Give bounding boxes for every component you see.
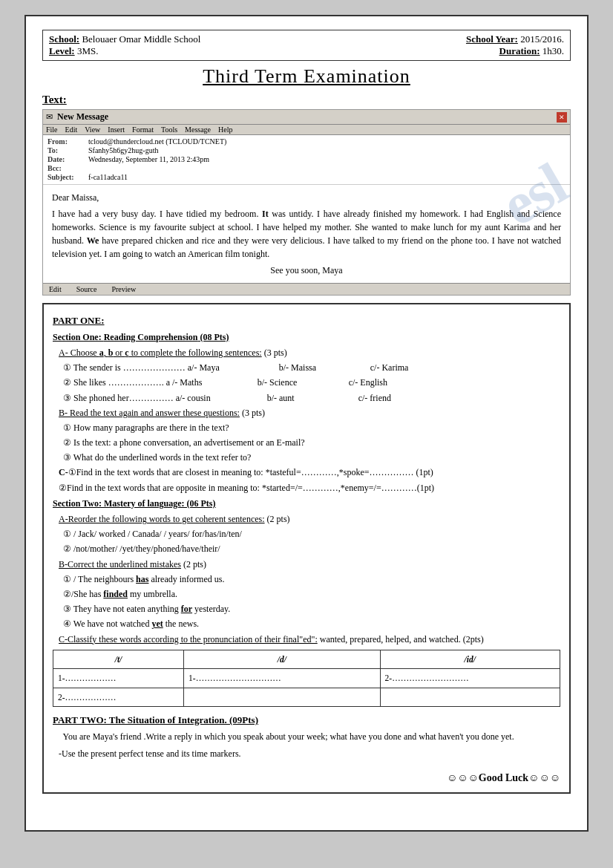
sec2-a-heading: A-Reorder the following words to get coh… — [59, 512, 560, 526]
sec2-b-instruction: B-Correct the underlined mistakes — [59, 559, 181, 570]
text-label: Text: — [42, 94, 571, 106]
email-toolbar: ✉ New Message ✕ — [43, 110, 570, 125]
col-t: /t/ — [53, 650, 184, 668]
section-one-label: Section One: Reading Comprehension (08 P… — [53, 332, 229, 342]
to-row: To: Sfanhy5h6gy2hug-guth — [47, 146, 566, 154]
part-two-heading: PART TWO: The Situation of Integration. … — [53, 713, 560, 728]
q2-b: b/- Science — [258, 376, 347, 390]
school-year-value: 2015/2016. — [520, 33, 564, 45]
footer-source[interactable]: Source — [76, 285, 97, 293]
menu-file[interactable]: File — [46, 125, 58, 134]
sec2-c-heading: C-Classify these words according to the … — [59, 633, 560, 647]
school-value: Belouaer Omar Middle School — [82, 33, 200, 45]
questions-section: PART ONE: Section One: Reading Comprehen… — [42, 303, 571, 794]
duration-value: 1h30. — [542, 45, 564, 56]
menu-format[interactable]: Format — [132, 125, 154, 134]
id-cell-2 — [380, 688, 560, 706]
sec2-c-instruction: C-Classify these words according to the … — [59, 634, 318, 645]
bcc-label: Bcc: — [47, 164, 88, 172]
section-two-label: Section Two: Mastery of language: (06 Pt… — [53, 498, 216, 509]
t-cell-1: 1-……………… — [53, 669, 184, 688]
sec2-b-heading: B-Correct the underlined mistakes (2 pts… — [59, 558, 560, 572]
school-year-label: School Year: — [466, 33, 518, 45]
classify-table: /t/ /d/ /id/ 1-……………… 1-………………………… 2-………… — [53, 650, 560, 707]
a-instruction: A- Choose a, b or c to complete the foll… — [59, 347, 262, 358]
duration-info: Duration: 1h30. — [499, 45, 564, 57]
email-icon: ✉ — [46, 112, 53, 122]
footer-preview[interactable]: Preview — [111, 285, 136, 293]
from-row: From: tcloud@thundercloud.net (TCLOUD/TC… — [47, 137, 566, 146]
sec2-a-q1: ① / Jack/ worked / Canada/ / years/ for/… — [63, 527, 560, 541]
email-fields: From: tcloud@thundercloud.net (TCLOUD/TC… — [43, 135, 570, 185]
q1-b: b/- Maissa — [279, 361, 368, 375]
header-row-1: School: Belouaer Omar Middle School Scho… — [49, 33, 564, 45]
table-row: 1-……………… 1-………………………… 2-……………………… — [53, 669, 560, 688]
date-label: Date: — [47, 155, 88, 163]
b-instruction: B- Read the text again and answer these … — [59, 408, 240, 418]
email-main-text: I have had a very busy day. I have tidie… — [52, 207, 561, 261]
part-two-section: PART TWO: The Situation of Integration. … — [53, 713, 560, 761]
to-label: To: — [47, 146, 88, 154]
id-cell-1: 2-……………………… — [380, 669, 560, 688]
q2-c: c/- English — [349, 377, 387, 388]
part-two-text1: You are Maya's friend .Write a reply in … — [59, 730, 560, 744]
from-value: tcloud@thundercloud.net (TCLOUD/TCNET) — [88, 137, 226, 146]
q1-text: ① The sender is ………………… — [63, 362, 188, 373]
header-section: School: Belouaer Omar Middle School Scho… — [42, 30, 571, 61]
sec2-b-q4: ④ We have not watched yet the news. — [63, 617, 560, 631]
school-info: School: Belouaer Omar Middle School — [49, 33, 200, 45]
level-info: Level: 3MS. — [49, 45, 98, 57]
part-two-label: PART TWO: The Situation of Integration. … — [53, 714, 258, 725]
email-body: Dear Maissa, I have had a very busy day.… — [43, 185, 570, 283]
d-cell-2 — [184, 688, 381, 706]
q2-a: a /- Maths — [166, 376, 255, 390]
date-value: Wednesday, September 11, 2013 2:43pm — [88, 155, 209, 163]
subject-label: Subject: — [47, 173, 88, 181]
subject-value: f-ca11adca11 — [88, 173, 128, 181]
exam-page: esl School: Belouaer Omar Middle School … — [24, 15, 589, 832]
part-b-heading: B- Read the text again and answer these … — [59, 406, 560, 420]
school-label: School: — [49, 33, 79, 45]
footer-edit[interactable]: Edit — [49, 285, 62, 293]
email-close-button[interactable]: ✕ — [557, 112, 567, 123]
t-cell-2: 2-……………… — [53, 688, 184, 706]
sec2-a-q2: ② /not/mother/ /yet/they/phoned/have/the… — [63, 542, 560, 556]
email-footer: Edit Source Preview — [43, 283, 570, 295]
email-greeting: Dear Maissa, — [52, 191, 561, 204]
level-label: Level: — [49, 45, 75, 56]
school-year-info: School Year: 2015/2016. — [466, 33, 564, 45]
section-one-heading: Section One: Reading Comprehension (08 P… — [53, 330, 560, 345]
menu-insert[interactable]: Insert — [108, 125, 125, 134]
part-two-text2: -Use the present perfect tense and its t… — [59, 747, 560, 761]
menu-edit[interactable]: Edit — [65, 125, 78, 134]
email-menu-bar: File Edit View Insert Format Tools Messa… — [43, 125, 570, 135]
duration-label: Duration: — [499, 45, 540, 56]
col-id: /id/ — [380, 650, 560, 668]
bcc-row: Bcc: — [47, 164, 566, 172]
q2-row: ② She likes ………………. a /- Maths b/- Scien… — [63, 376, 560, 390]
header-row-2: Level: 3MS. Duration: 1h30. — [49, 45, 564, 57]
to-value: Sfanhy5h6gy2hug-guth — [88, 146, 158, 154]
q1-row: ① The sender is ………………… a/- Maya b/- Mai… — [63, 361, 560, 375]
menu-message[interactable]: Message — [185, 125, 211, 134]
from-label: From: — [47, 137, 88, 146]
level-value: 3MS. — [77, 45, 99, 56]
page-title: Third Term Examination — [42, 65, 571, 88]
sec2-a-instruction: A-Reorder the following words to get coh… — [59, 514, 265, 524]
q1-c: c/- Karima — [370, 362, 409, 373]
q3-row: ③ She phoned her…………… a/- cousin b/- aun… — [63, 391, 560, 405]
part-c-q2: ②Find in the text words that are opposit… — [59, 481, 560, 495]
sec2-b-q1: ① / The neighbours has already informed … — [63, 572, 560, 587]
subject-row: Subject: f-ca11adca11 — [47, 173, 566, 181]
q3-a: a/- cousin — [176, 391, 265, 405]
part-a-heading: A- Choose a, b or c to complete the foll… — [59, 346, 560, 360]
good-luck: ☺☺☺Good Luck☺☺☺ — [53, 770, 560, 786]
email-sign-off: See you soon, Maya — [52, 264, 561, 277]
part-c-q1: C-①Find in the text words that are close… — [59, 466, 560, 480]
q3-c: c/- friend — [358, 393, 391, 403]
b-q2: ② Is the text: a phone conversation, an … — [63, 436, 560, 450]
menu-tools[interactable]: Tools — [161, 125, 177, 134]
menu-view[interactable]: View — [85, 125, 100, 134]
menu-help[interactable]: Help — [218, 125, 232, 134]
part-one-heading: PART ONE: — [53, 313, 560, 329]
